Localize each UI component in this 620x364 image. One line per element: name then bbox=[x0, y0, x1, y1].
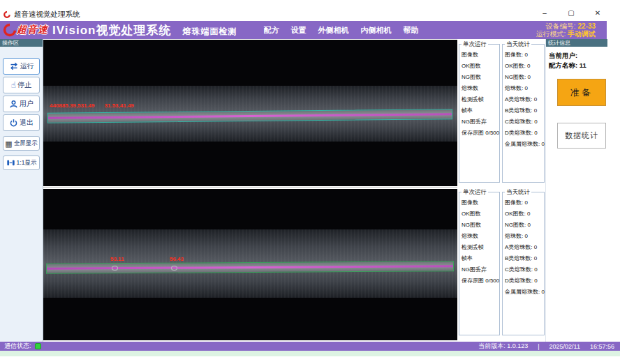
statistics-info-panel: 统计信息 当前用户: 配方名称: 11 准备 数据统计 bbox=[545, 39, 607, 342]
menu-inner-camera[interactable]: 内侧相机 bbox=[360, 25, 391, 36]
stat-row: NG图数 bbox=[459, 220, 499, 231]
one-to-one-button[interactable]: 1:1显示 bbox=[3, 156, 40, 170]
stat-row: OK图数: 0 bbox=[503, 208, 544, 220]
window-title: 超音速视觉处理系统 bbox=[14, 10, 80, 20]
status-divider: | bbox=[538, 343, 539, 350]
daily-stats-panel-bottom: 当天统计 图像数: 0OK图数: 0NG图数: 0熔珠数: 0A类熔珠数: 0B… bbox=[502, 192, 545, 335]
status-date: 2025/02/11 bbox=[549, 343, 580, 350]
app-header: 超音速 IVision视觉处理系统 熔珠端面检测 配方 设置 外侧相机 内侧相机… bbox=[0, 21, 607, 39]
ready-button[interactable]: 准备 bbox=[557, 79, 606, 106]
stat-row: NG图丢弃 bbox=[459, 116, 499, 128]
exit-button-label: 退出 bbox=[20, 118, 34, 128]
run-mode-label: 运行模式: bbox=[536, 30, 566, 38]
single-run-panel-top: 单次运行 图像数OK图数NG图数熔珠数检测丢帧帧率NG图丢弃保存原图 0/500 bbox=[459, 44, 500, 183]
measurement-annotations: 440885.39,531.49 31.53,41.49 bbox=[50, 103, 134, 109]
stat-row: 保存原图 0/500 bbox=[459, 128, 499, 139]
menu-help[interactable]: 帮助 bbox=[403, 25, 418, 36]
close-button[interactable]: ✕ bbox=[593, 9, 603, 17]
logo-swirl-icon bbox=[3, 23, 17, 37]
menu-recipe[interactable]: 配方 bbox=[263, 25, 279, 36]
stat-row: A类熔珠数: 0 bbox=[503, 94, 544, 105]
maximize-button[interactable]: ▢ bbox=[566, 9, 576, 17]
stat-row: 检测丢帧 bbox=[459, 94, 499, 105]
groupbox-title: 单次运行 bbox=[462, 40, 488, 49]
fullscreen-button[interactable]: ▦ 全屏显示 bbox=[3, 136, 40, 151]
stat-row: B类熔珠数: 0 bbox=[503, 253, 544, 264]
info-panel-header: 统计信息 bbox=[546, 39, 607, 47]
brand-logo: 超音速 bbox=[3, 23, 48, 37]
stat-row: 金属屑熔珠数: 0 bbox=[503, 139, 544, 150]
one-to-one-button-label: 1:1显示 bbox=[17, 159, 37, 167]
daily-stats-panel-top: 当天统计 图像数: 0OK图数: 0NG图数: 0熔珠数: 0A类熔珠数: 0B… bbox=[502, 44, 545, 183]
stat-row: B类熔珠数: 0 bbox=[503, 105, 544, 116]
stat-row: NG图丢弃 bbox=[459, 264, 499, 275]
weld-seam-centerline bbox=[47, 265, 453, 270]
sidebar-header: 操作区 bbox=[0, 39, 43, 47]
stat-row: C类熔珠数: 0 bbox=[503, 264, 544, 275]
stat-row: 熔珠数: 0 bbox=[503, 83, 544, 94]
stat-row: 图像数: 0 bbox=[503, 197, 544, 208]
run-mode-value: 手动调试 bbox=[568, 30, 596, 38]
user-button[interactable]: 用户 bbox=[3, 96, 40, 112]
user-button-label: 用户 bbox=[20, 99, 34, 109]
stat-row: 金属屑熔珠数: 0 bbox=[503, 287, 544, 298]
device-number-label: 设备编号: bbox=[546, 22, 576, 30]
viewport-divider bbox=[43, 187, 457, 188]
stat-row: 熔珠数 bbox=[459, 83, 499, 94]
stat-row: 熔珠数: 0 bbox=[503, 231, 544, 242]
stop-button[interactable]: ☝ 停止 bbox=[3, 77, 40, 93]
stat-row: 检测丢帧 bbox=[459, 242, 499, 253]
inner-camera-viewport: 53.11 56.43 bbox=[43, 189, 457, 340]
stop-button-label: 停止 bbox=[17, 80, 31, 90]
main-menu: 配方 设置 外侧相机 内侧相机 帮助 bbox=[263, 25, 418, 36]
stat-row: OK图数 bbox=[459, 61, 499, 72]
measurement-annotation: 440885.39,531.49 bbox=[50, 103, 95, 109]
stat-row: 帧率 bbox=[459, 253, 499, 264]
stat-row: 保存原图 0/500 bbox=[459, 275, 499, 287]
status-bar: 通信状态: 当前版本: 1.0.123 | 2025/02/11 16:57:5… bbox=[0, 342, 620, 351]
stat-rows: 图像数: 0OK图数: 0NG图数: 0熔珠数: 0A类熔珠数: 0B类熔珠数:… bbox=[503, 192, 544, 298]
comm-status-label: 通信状态: bbox=[4, 342, 31, 351]
defect-marker bbox=[112, 266, 118, 271]
measurement-annotation: 53.11 bbox=[110, 256, 124, 262]
measurement-annotation: 31.53,41.49 bbox=[105, 103, 134, 109]
groupbox-title: 单次运行 bbox=[462, 188, 488, 197]
version-label: 当前版本: bbox=[478, 342, 505, 349]
groupbox-title: 当天统计 bbox=[505, 188, 531, 197]
stat-row: NG图数: 0 bbox=[503, 72, 544, 83]
menu-settings[interactable]: 设置 bbox=[290, 25, 306, 36]
stat-rows: 图像数OK图数NG图数熔珠数检测丢帧帧率NG图丢弃保存原图 0/500 bbox=[459, 192, 499, 287]
comm-status-indicator bbox=[35, 343, 41, 349]
current-user-label: 当前用户: bbox=[549, 52, 577, 59]
user-icon bbox=[9, 100, 18, 109]
measurement-annotation: 56.43 bbox=[170, 256, 184, 262]
stat-row: OK图数: 0 bbox=[503, 61, 544, 72]
info-rows: 当前用户: 配方名称: 11 bbox=[546, 47, 607, 70]
stat-row: NG图数 bbox=[459, 72, 499, 83]
recipe-name-label: 配方名称: bbox=[549, 61, 577, 69]
app-subtitle: 熔珠端面检测 bbox=[182, 26, 237, 38]
run-button[interactable]: 运行 bbox=[3, 58, 40, 75]
weld-seam-centerline bbox=[48, 113, 452, 119]
stat-row: D类熔珠数: 0 bbox=[503, 275, 544, 287]
exit-button[interactable]: 退出 bbox=[3, 114, 40, 131]
data-statistics-button[interactable]: 数据统计 bbox=[557, 123, 606, 149]
device-number-value: 22-33 bbox=[577, 22, 596, 30]
stat-row: C类熔珠数: 0 bbox=[503, 116, 544, 128]
single-run-panel-bottom: 单次运行 图像数OK图数NG图数熔珠数检测丢帧帧率NG图丢弃保存原图 0/500 bbox=[459, 192, 500, 335]
stat-row: A类熔珠数: 0 bbox=[503, 242, 544, 253]
run-button-label: 运行 bbox=[20, 61, 34, 71]
sync-icon bbox=[9, 61, 19, 71]
fullscreen-button-label: 全屏显示 bbox=[14, 139, 38, 148]
desktop-strip bbox=[0, 351, 620, 356]
hand-icon: ☝ bbox=[11, 81, 16, 89]
menu-outer-camera[interactable]: 外侧相机 bbox=[318, 25, 348, 36]
groupbox-title: 当天统计 bbox=[505, 40, 531, 49]
defect-marker bbox=[171, 266, 177, 271]
power-icon bbox=[9, 119, 18, 128]
status-time: 16:57:56 bbox=[590, 343, 614, 350]
minimize-button[interactable]: – bbox=[540, 9, 549, 17]
stat-row: D类熔珠数: 0 bbox=[503, 128, 544, 139]
os-titlebar: 超音速视觉处理系统 – ▢ ✕ bbox=[0, 8, 607, 21]
stat-row: 图像数: 0 bbox=[503, 50, 544, 61]
